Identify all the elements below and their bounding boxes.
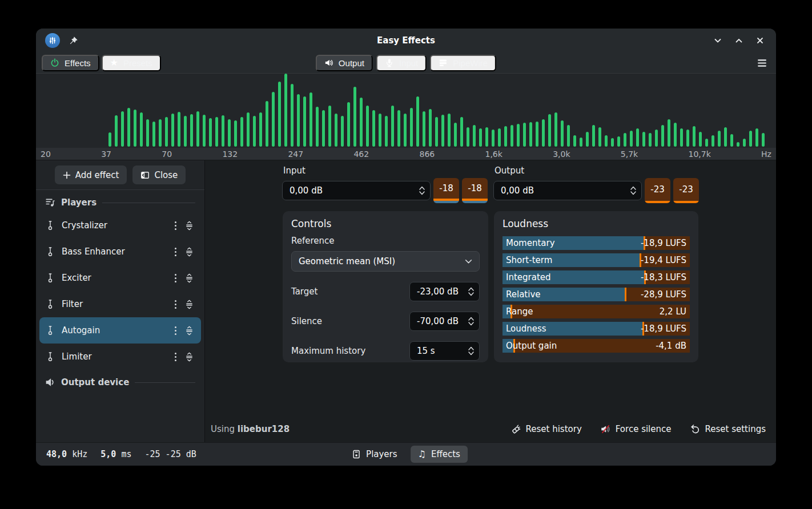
control-spinbox[interactable]: -70,00 dB <box>409 312 480 331</box>
control-label: Maximum history <box>291 346 365 356</box>
input-level-value: -18 <box>433 178 459 199</box>
spectrum-bar <box>749 131 752 147</box>
effect-drag-handle[interactable] <box>184 221 194 231</box>
spectrum-bar <box>586 132 589 147</box>
control-spinbox[interactable]: -23,00 dB <box>409 282 480 301</box>
effect-drag-handle[interactable] <box>184 300 194 309</box>
presets-button[interactable]: ★ Presets <box>102 55 161 71</box>
effect-menu-button[interactable] <box>174 326 177 336</box>
spectrum-bar <box>171 114 174 147</box>
effect-label: Filter <box>62 299 167 309</box>
tab-output[interactable]: Output <box>316 55 373 71</box>
spectrum-bar <box>523 123 526 147</box>
spectrum-bar <box>435 117 438 147</box>
axis-label: 37 <box>101 150 111 159</box>
axis-label: 3,0k <box>553 150 570 159</box>
spectrum-bar <box>561 120 564 147</box>
spinner-arrows-icon[interactable] <box>468 286 475 297</box>
add-effect-button[interactable]: Add effect <box>55 165 127 184</box>
effect-drag-handle[interactable] <box>184 352 194 362</box>
control-spinbox[interactable]: 15 s <box>409 341 480 361</box>
effect-label: Bass Enhancer <box>62 247 167 257</box>
view-players-button[interactable]: Players <box>344 446 405 463</box>
effect-menu-button[interactable] <box>174 352 177 362</box>
app-icon <box>45 33 60 48</box>
maximize-button[interactable] <box>732 34 746 47</box>
spectrum-bar <box>127 108 130 147</box>
reference-dropdown[interactable]: Geometric mean (MSI) <box>291 251 480 272</box>
sidebar: Add effect Close Players <box>36 160 205 442</box>
spectrum-bar <box>272 92 275 147</box>
global-bypass-button[interactable]: Effects <box>42 55 99 71</box>
minimize-button[interactable] <box>711 34 725 47</box>
control-value: -70,00 dB <box>417 316 468 326</box>
spectrum-bar <box>379 114 381 147</box>
view-effects-button[interactable]: ♫ Effects <box>411 446 468 463</box>
axis-label: 132 <box>222 150 238 159</box>
spectrum-bar <box>460 117 463 147</box>
input-level-meter-left: -18 <box>433 178 459 203</box>
effect-menu-button[interactable] <box>174 247 177 257</box>
headerbar: Easy Effects <box>36 29 776 52</box>
spectrum-bar <box>636 128 639 147</box>
tab-pipewire[interactable]: PipeWire <box>430 55 496 71</box>
sidebar-effect-row-filter[interactable]: Filter <box>39 291 201 317</box>
spectrum-bar <box>668 119 670 147</box>
spectrum-bar <box>360 98 363 147</box>
spectrum-bar <box>598 127 601 147</box>
spectrum-bar <box>473 125 476 147</box>
effect-drag-handle[interactable] <box>184 273 194 283</box>
effect-drag-handle[interactable] <box>184 247 194 257</box>
sidebar-effect-row-exciter[interactable]: Exciter <box>39 265 201 291</box>
spectrum-bar <box>724 127 727 147</box>
input-gain-spinbox[interactable]: 0,00 dB <box>282 181 431 200</box>
effect-menu-button[interactable] <box>174 221 177 231</box>
axis-label: 462 <box>353 150 369 159</box>
sidebar-effect-row-crystalizer[interactable]: Crystalizer <box>39 212 201 239</box>
effect-menu-button[interactable] <box>174 300 177 309</box>
axis-label: 247 <box>288 150 303 159</box>
output-gain-spinbox[interactable]: 0,00 dB <box>493 181 642 200</box>
reset-history-button[interactable]: Reset history <box>509 422 583 437</box>
using-prefix: Using <box>211 424 235 434</box>
spectrum-bar <box>247 112 250 147</box>
spinner-arrows-icon[interactable] <box>468 345 475 357</box>
loudness-marker <box>625 288 626 301</box>
output-gain-value: 0,00 dB <box>501 185 630 196</box>
hamburger-menu-button[interactable] <box>753 55 770 71</box>
spectrum-analyzer <box>36 73 776 148</box>
library-name: libebur128 <box>238 424 290 434</box>
spectrum-bar <box>536 122 538 147</box>
effect-menu-button[interactable] <box>174 273 177 283</box>
spectrum-bar <box>404 114 407 147</box>
close-sidebar-button[interactable]: Close <box>132 165 186 184</box>
plugin-footer: Using libebur128 Reset history <box>205 419 776 439</box>
loudness-meter-row: Loudness -18,9 LUFS <box>503 322 690 336</box>
speaker-icon <box>45 377 55 387</box>
spectrum-bar <box>303 96 306 147</box>
sidebar-effect-row-autogain[interactable]: Autogain <box>39 317 201 344</box>
close-button[interactable] <box>753 34 767 47</box>
axis-label: 1,6k <box>485 150 503 159</box>
spectrum-bar <box>467 127 469 147</box>
spectrum-bar <box>624 133 626 147</box>
sidebar-effect-row-limiter[interactable]: Limiter <box>39 344 201 370</box>
playlist-icon <box>45 197 55 208</box>
effect-drag-handle[interactable] <box>184 326 194 336</box>
spinner-arrows-icon[interactable] <box>630 185 637 196</box>
pin-icon[interactable] <box>69 36 78 46</box>
force-silence-button[interactable]: Force silence <box>599 422 673 437</box>
spectrum-bar <box>240 117 243 147</box>
easy-effects-window: Easy Effects Effects <box>36 29 776 466</box>
reset-settings-button[interactable]: Reset settings <box>689 422 767 437</box>
spectrum-bar <box>410 108 413 147</box>
effect-label: Autogain <box>62 325 167 336</box>
spinner-arrows-icon[interactable] <box>419 185 425 196</box>
spectrum-bar <box>655 130 658 147</box>
spectrum-bar <box>165 117 168 147</box>
tab-input[interactable]: Input <box>376 55 427 71</box>
spinner-arrows-icon[interactable] <box>468 316 475 327</box>
view-effects-label: Effects <box>431 449 460 459</box>
sidebar-effect-row-bass-enhancer[interactable]: Bass Enhancer <box>39 239 201 265</box>
spectrum-bar <box>222 115 224 147</box>
